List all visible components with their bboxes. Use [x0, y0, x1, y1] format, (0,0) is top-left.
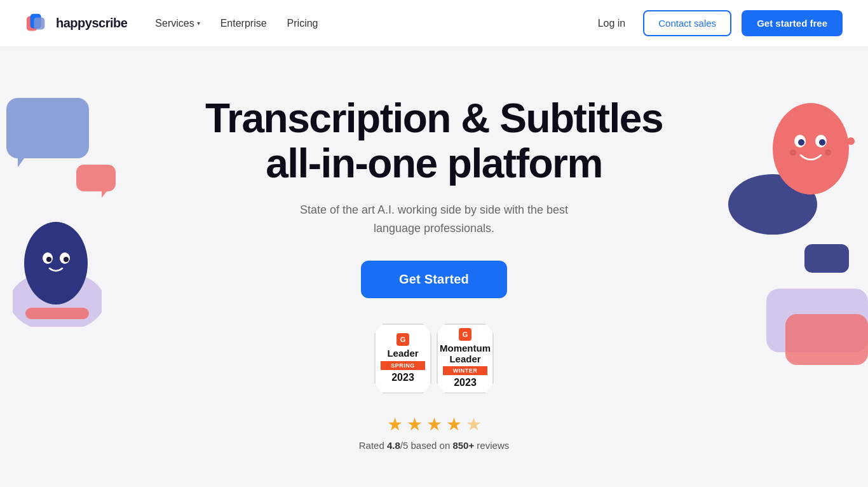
rating-text: Rated 4.8/5 based on 850+ reviews — [359, 440, 509, 451]
star-1: ★ — [387, 414, 403, 435]
star-3: ★ — [426, 414, 442, 435]
g2-badge-top-2: G — [459, 328, 471, 341]
svg-point-8 — [46, 257, 51, 262]
g2-badge-title-1: Leader — [387, 348, 418, 359]
svg-point-17 — [825, 149, 831, 156]
g2-badge-leader: G Leader SPRING 2023 — [374, 324, 431, 394]
hero-subtitle: State of the art A.I. working side by si… — [281, 201, 587, 238]
character-left — [13, 200, 102, 327]
get-started-nav-button[interactable]: Get started free — [742, 10, 843, 36]
svg-point-11 — [773, 103, 849, 195]
hero-content: Transcription & Subtitles all-in-one pla… — [205, 96, 663, 450]
login-button[interactable]: Log in — [590, 13, 634, 34]
logo-icon — [25, 11, 50, 36]
g2-logo-1: G — [397, 333, 409, 346]
star-5-half: ★ — [466, 414, 482, 435]
bubble-right-dark — [804, 244, 849, 273]
svg-point-14 — [798, 139, 804, 146]
navbar-right: Log in Contact sales Get started free — [590, 10, 843, 36]
bubble-pink-small — [76, 165, 116, 191]
svg-point-9 — [64, 257, 69, 262]
star-2: ★ — [407, 414, 423, 435]
g2-badge-stripe-1: SPRING — [381, 361, 425, 370]
character-right — [760, 92, 862, 206]
svg-rect-2 — [34, 17, 44, 29]
get-started-hero-button[interactable]: Get Started — [361, 261, 507, 298]
svg-point-16 — [790, 149, 796, 156]
g2-badge-title-2: Momentum Leader — [440, 343, 491, 364]
bubble-right-pinkred — [785, 314, 868, 365]
navbar-left: happyscribe Services ▾ Enterprise Pricin… — [25, 11, 326, 36]
svg-point-19 — [847, 137, 855, 145]
g2-badge-year-2: 2023 — [454, 377, 477, 388]
g2-badge-momentum: G Momentum Leader WINTER 2023 — [437, 324, 494, 394]
hero-section: Transcription & Subtitles all-in-one pla… — [0, 47, 868, 487]
bubble-blue-large — [6, 98, 89, 158]
g2-badge-year-1: 2023 — [391, 372, 414, 383]
review-count: 850+ — [452, 440, 474, 451]
g2-badge-top-1: G — [397, 333, 409, 346]
nav-links: Services ▾ Enterprise Pricing — [147, 13, 325, 34]
g2-badge-stripe-2: WINTER — [443, 366, 487, 375]
stars-row: ★ ★ ★ ★ ★ — [387, 414, 482, 435]
contact-sales-button[interactable]: Contact sales — [643, 10, 731, 36]
logo-text: happyscribe — [56, 16, 127, 31]
rating-value: 4.8 — [387, 440, 400, 451]
logo-link[interactable]: happyscribe — [25, 11, 127, 36]
chevron-down-icon: ▾ — [197, 20, 200, 27]
svg-rect-4 — [25, 308, 89, 319]
hero-title: Transcription & Subtitles all-in-one pla… — [205, 96, 663, 186]
stars-section: ★ ★ ★ ★ ★ Rated 4.8/5 based on 850+ revi… — [205, 414, 663, 451]
nav-services[interactable]: Services ▾ — [147, 13, 207, 34]
g2-badges-container: G Leader SPRING 2023 G Momentum Leader W… — [205, 324, 663, 394]
navbar: happyscribe Services ▾ Enterprise Pricin… — [0, 0, 868, 47]
star-4: ★ — [446, 414, 462, 435]
svg-point-15 — [819, 139, 825, 146]
nav-pricing[interactable]: Pricing — [280, 13, 326, 34]
g2-logo-2: G — [459, 328, 471, 341]
svg-point-5 — [24, 222, 88, 305]
nav-enterprise[interactable]: Enterprise — [213, 13, 275, 34]
